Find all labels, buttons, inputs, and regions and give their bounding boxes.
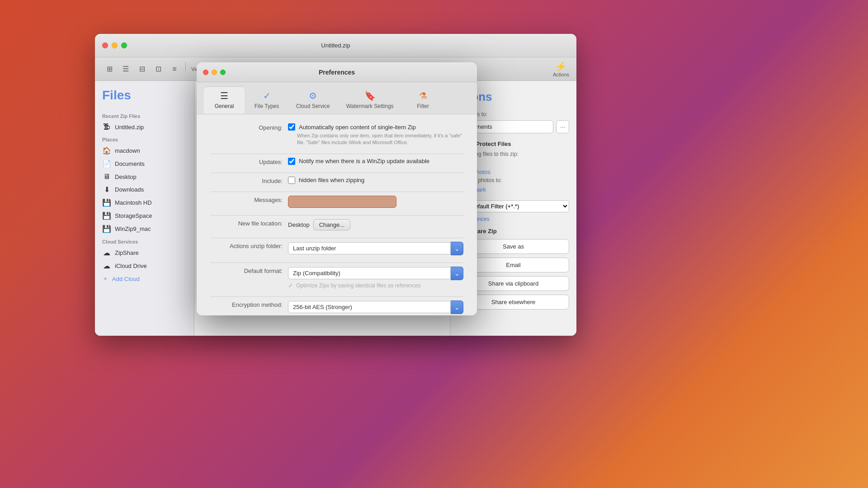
encryption-select[interactable]: 256-bit AES (Stronger) (288, 301, 451, 313)
toolbar-divider (185, 62, 186, 71)
unzip-folder-label: Actions unzip folder: (210, 242, 283, 249)
default-format-row: Default format: Zip (Compatibility) ⌄ ✓ … (210, 267, 463, 289)
macdown-label: macdown (115, 147, 187, 154)
unzip-folder-row: Actions unzip folder: Last unzip folder … (210, 242, 463, 255)
messages-label: Messages: (210, 196, 283, 203)
updates-checkbox-row: Notify me when there is a WinZip update … (288, 158, 463, 165)
encryption-control: 256-bit AES (Stronger) ⌄ (288, 300, 463, 314)
file-types-icon: ✓ (263, 90, 271, 101)
updates-label: Updates: (210, 158, 283, 165)
new-location-row: New file location: Desktop Change... (210, 219, 463, 230)
tab-file-types[interactable]: ✓ File Types (246, 87, 287, 114)
encryption-label: Encryption method: (210, 300, 283, 308)
grid-view-icon[interactable]: ⊞ (102, 62, 117, 76)
sidebar: Files Recent Zip Files 🗜 Untitled.zip Pl… (95, 81, 194, 336)
new-location-label: New file location: (210, 219, 283, 227)
downloads-icon: ⬇ (102, 185, 111, 194)
desktop-label: Desktop (115, 174, 187, 180)
winzip-icon: 💾 (102, 225, 111, 233)
window-title: Untitled.zip (321, 42, 350, 49)
tab-general-label: General (215, 103, 234, 109)
include-control: hidden files when zipping (288, 177, 463, 184)
zip-icon: 🗜 (102, 123, 111, 131)
sidebar-title: Files (99, 88, 190, 110)
add-cloud-button[interactable]: ＋ Add Cloud (99, 272, 190, 285)
tab-watermark[interactable]: 🔖 Watermark Settings (339, 87, 401, 114)
pref-title: Preferences (319, 69, 355, 76)
opening-checkbox[interactable] (288, 123, 295, 131)
optimize-text: Optimize Zipx by saving identical files … (296, 282, 420, 289)
sidebar-item-zipshare[interactable]: ☁ ZipShare (99, 246, 190, 259)
tab-cloud-service-label: Cloud Service (296, 103, 330, 109)
divider-7 (210, 296, 463, 297)
sidebar-item-macintosh-hd[interactable]: 💾 Macintosh HD (99, 196, 190, 209)
general-icon: ☰ (220, 90, 228, 101)
path-view-icon[interactable]: ≡ (167, 62, 182, 76)
filter-select[interactable]: Default Filter (+*.*) (465, 200, 569, 212)
updates-checkbox[interactable] (288, 158, 295, 165)
recent-section-label: Recent Zip Files (99, 110, 190, 121)
encryption-select-row: 256-bit AES (Stronger) ⌄ (288, 300, 463, 314)
close-button[interactable] (102, 42, 108, 48)
cloud-section-label: Cloud Services (99, 235, 190, 246)
opening-label: Opening: (210, 123, 283, 131)
filter-icon: ⚗ (419, 90, 427, 101)
updates-control: Notify me when there is a WinZip update … (288, 158, 463, 165)
encryption-arrow[interactable]: ⌄ (451, 300, 463, 314)
unzip-folder-select[interactable]: Last unzip folder (288, 242, 451, 254)
divider-6 (210, 263, 463, 263)
unzip-folder-arrow[interactable]: ⌄ (451, 242, 463, 255)
preferences-dialog: Preferences ☰ General ✓ File Types ⚙ Clo… (197, 62, 477, 315)
desktop-icon: 🖥 (102, 173, 111, 181)
list-view-icon[interactable]: ☰ (118, 62, 133, 76)
gallery-view-icon[interactable]: ⊡ (151, 62, 165, 76)
places-section-label: Places (99, 133, 190, 144)
sidebar-item-documents[interactable]: 📄 Documents (99, 157, 190, 170)
winzip9-label: WinZip9_mac (115, 225, 187, 232)
divider-1 (210, 154, 463, 154)
hd-icon: 💾 (102, 198, 111, 207)
dots-button[interactable]: ··· (556, 120, 569, 133)
pref-maximize-button[interactable] (220, 70, 226, 75)
updates-row: Updates: Notify me when there is a WinZi… (210, 158, 463, 165)
include-label: Include: (210, 177, 283, 184)
maximize-button[interactable] (121, 42, 127, 48)
sidebar-item-winzip9[interactable]: 💾 WinZip9_mac (99, 222, 190, 235)
sidebar-item-icloud[interactable]: ☁ iCloud Drive (99, 259, 190, 272)
minimize-button[interactable] (112, 42, 118, 48)
actions-label[interactable]: ⚡ Actions (553, 61, 569, 77)
opening-checkbox-row: Automatically open content of single-ite… (288, 123, 463, 131)
icloud-icon: ☁ (102, 262, 111, 270)
sidebar-item-untitled-zip[interactable]: 🗜 Untitled.zip (99, 121, 190, 133)
encryption-row: Encryption method: 256-bit AES (Stronger… (210, 300, 463, 314)
new-location-inline: Desktop Change... (288, 219, 463, 230)
messages-input[interactable] (288, 196, 396, 208)
cloud-service-icon: ⚙ (309, 90, 317, 101)
zipshare-icon: ☁ (102, 249, 111, 257)
messages-control (288, 196, 463, 208)
tab-general[interactable]: ☰ General (204, 87, 245, 114)
default-format-select[interactable]: Zip (Compatibility) (288, 267, 451, 279)
column-view-icon[interactable]: ⊟ (135, 62, 149, 76)
include-checkbox[interactable] (288, 177, 295, 184)
pref-close-button[interactable] (203, 70, 208, 75)
zipshare-label: ZipShare (115, 249, 187, 256)
default-format-arrow[interactable]: ⌄ (451, 267, 463, 280)
unzip-folder-control: Last unzip folder ⌄ (288, 242, 463, 255)
sidebar-item-label: Untitled.zip (115, 124, 187, 131)
sidebar-item-macdown[interactable]: 🏠 macdown (99, 144, 190, 157)
sidebar-item-downloads[interactable]: ⬇ Downloads (99, 183, 190, 196)
sidebar-item-desktop[interactable]: 🖥 Desktop (99, 170, 190, 183)
default-format-select-row: Zip (Compatibility) ⌄ (288, 267, 463, 280)
pref-traffic-lights (203, 70, 226, 75)
sidebar-item-storage-space[interactable]: 💾 StorageSpace (99, 209, 190, 222)
updates-checkbox-label: Notify me when there is a WinZip update … (299, 158, 429, 164)
tab-cloud-service[interactable]: ⚙ Cloud Service (289, 87, 337, 114)
divider-4 (210, 215, 463, 216)
change-location-button[interactable]: Change... (313, 219, 350, 230)
new-location-value: Desktop (288, 221, 310, 228)
icloud-label: iCloud Drive (115, 263, 187, 269)
pref-minimize-button[interactable] (212, 70, 217, 75)
opening-row: Opening: Automatically open content of s… (210, 123, 463, 146)
tab-filter[interactable]: ⚗ Filter (403, 87, 443, 114)
